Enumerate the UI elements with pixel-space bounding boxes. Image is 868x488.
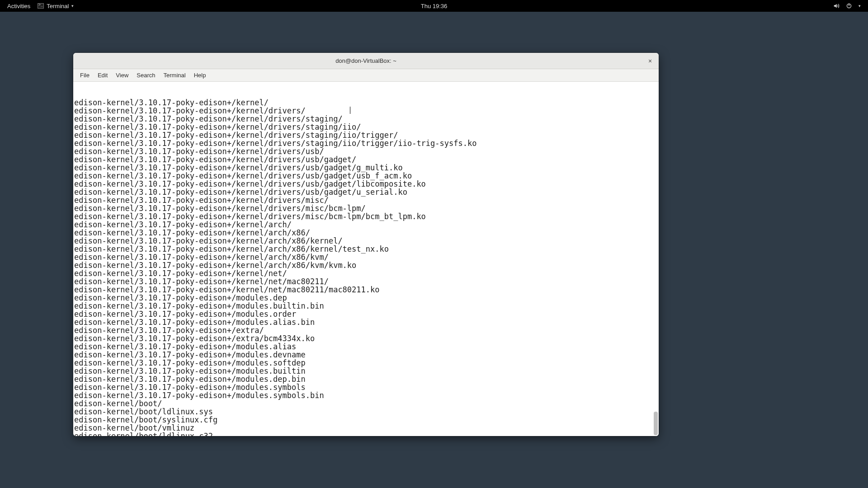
terminal-line: edison-kernel/3.10.17-poky-edison+/modul… (74, 383, 658, 391)
terminal-line: edison-kernel/3.10.17-poky-edison+/kerne… (74, 123, 658, 131)
volume-icon[interactable] (833, 3, 840, 9)
terminal-line: edison-kernel/3.10.17-poky-edison+/modul… (74, 359, 658, 367)
terminal-line: edison-kernel/boot/syslinux.cfg (74, 416, 658, 424)
terminal-line: edison-kernel/3.10.17-poky-edison+/kerne… (74, 286, 658, 294)
terminal-line: edison-kernel/3.10.17-poky-edison+/kerne… (74, 115, 658, 123)
terminal-line: edison-kernel/3.10.17-poky-edison+/kerne… (74, 155, 658, 164)
terminal-line: edison-kernel/3.10.17-poky-edison+/kerne… (74, 188, 658, 196)
topbar-app-name: Terminal (47, 3, 69, 9)
text-cursor (350, 107, 350, 114)
terminal-line: edison-kernel/boot/ldlinux.c32 (74, 432, 658, 436)
terminal-line: edison-kernel/3.10.17-poky-edison+/kerne… (74, 147, 658, 155)
terminal-line: edison-kernel/boot/vmlinuz (74, 424, 658, 432)
terminal-line: edison-kernel/3.10.17-poky-edison+/kerne… (74, 180, 658, 188)
menu-view[interactable]: View (112, 72, 132, 79)
close-button[interactable]: × (646, 57, 654, 65)
chevron-down-icon: ▾ (71, 4, 74, 8)
terminal-line: edison-kernel/3.10.17-poky-edison+/modul… (74, 351, 658, 359)
terminal-line: edison-kernel/3.10.17-poky-edison+/kerne… (74, 221, 658, 229)
terminal-line: edison-kernel/3.10.17-poky-edison+/kerne… (74, 131, 658, 139)
terminal-line: edison-kernel/3.10.17-poky-edison+/kerne… (74, 196, 658, 204)
terminal-line: edison-kernel/3.10.17-poky-edison+/kerne… (74, 245, 658, 253)
topbar-app-menu[interactable]: Terminal ▾ (35, 3, 76, 9)
topbar-status-area[interactable]: ▾ (833, 3, 863, 9)
terminal-line: edison-kernel/3.10.17-poky-edison+/modul… (74, 318, 658, 326)
terminal-line: edison-kernel/3.10.17-poky-edison+/modul… (74, 310, 658, 318)
terminal-line: edison-kernel/3.10.17-poky-edison+/kerne… (74, 237, 658, 245)
terminal-output: edison-kernel/3.10.17-poky-edison+/kerne… (74, 99, 658, 436)
terminal-viewport[interactable]: edison-kernel/3.10.17-poky-edison+/kerne… (73, 82, 659, 436)
topbar-clock[interactable]: Thu 19:36 (421, 3, 448, 9)
close-icon: × (648, 58, 652, 64)
topbar-left-group: Activities Terminal ▾ (5, 3, 76, 9)
menu-edit[interactable]: Edit (94, 72, 112, 79)
scrollbar-thumb[interactable] (654, 412, 658, 435)
menubar: File Edit View Search Terminal Help (73, 69, 659, 82)
terminal-line: edison-kernel/3.10.17-poky-edison+/kerne… (74, 139, 658, 147)
terminal-line: edison-kernel/3.10.17-poky-edison+/kerne… (74, 204, 658, 212)
terminal-line: edison-kernel/3.10.17-poky-edison+/modul… (74, 375, 658, 383)
terminal-line: edison-kernel/boot/ (74, 399, 658, 408)
terminal-line: edison-kernel/3.10.17-poky-edison+/modul… (74, 367, 658, 375)
terminal-line: edison-kernel/3.10.17-poky-edison+/kerne… (74, 107, 658, 115)
window-title: don@don-VirtualBox: ~ (335, 57, 396, 64)
window-titlebar[interactable]: don@don-VirtualBox: ~ × (73, 53, 659, 69)
terminal-line: edison-kernel/3.10.17-poky-edison+/kerne… (74, 99, 658, 107)
terminal-line: edison-kernel/3.10.17-poky-edison+/kerne… (74, 212, 658, 221)
terminal-app-icon (38, 3, 44, 9)
terminal-line: edison-kernel/3.10.17-poky-edison+/extra… (74, 326, 658, 334)
terminal-line: edison-kernel/3.10.17-poky-edison+/kerne… (74, 164, 658, 172)
menu-help[interactable]: Help (190, 72, 210, 79)
terminal-line: edison-kernel/3.10.17-poky-edison+/kerne… (74, 172, 658, 180)
terminal-line: edison-kernel/3.10.17-poky-edison+/modul… (74, 294, 658, 302)
terminal-line: edison-kernel/3.10.17-poky-edison+/kerne… (74, 261, 658, 269)
power-icon[interactable] (846, 3, 852, 9)
menu-file[interactable]: File (76, 72, 94, 79)
terminal-line: edison-kernel/3.10.17-poky-edison+/modul… (74, 302, 658, 310)
terminal-line: edison-kernel/3.10.17-poky-edison+/kerne… (74, 277, 658, 286)
terminal-line: edison-kernel/3.10.17-poky-edison+/kerne… (74, 229, 658, 237)
menu-terminal[interactable]: Terminal (160, 72, 190, 79)
terminal-line: edison-kernel/3.10.17-poky-edison+/modul… (74, 391, 658, 399)
terminal-line: edison-kernel/3.10.17-poky-edison+/extra… (74, 334, 658, 343)
chevron-down-icon: ▾ (859, 4, 861, 8)
terminal-line: edison-kernel/3.10.17-poky-edison+/kerne… (74, 269, 658, 277)
terminal-line: edison-kernel/3.10.17-poky-edison+/kerne… (74, 253, 658, 261)
activities-button[interactable]: Activities (5, 3, 33, 9)
terminal-window: don@don-VirtualBox: ~ × File Edit View S… (73, 53, 659, 436)
scrollbar-track[interactable] (654, 111, 658, 435)
terminal-line: edison-kernel/boot/ldlinux.sys (74, 408, 658, 416)
terminal-line: edison-kernel/3.10.17-poky-edison+/modul… (74, 343, 658, 351)
menu-search[interactable]: Search (132, 72, 159, 79)
gnome-topbar: Activities Terminal ▾ Thu 19:36 ▾ (0, 0, 868, 12)
